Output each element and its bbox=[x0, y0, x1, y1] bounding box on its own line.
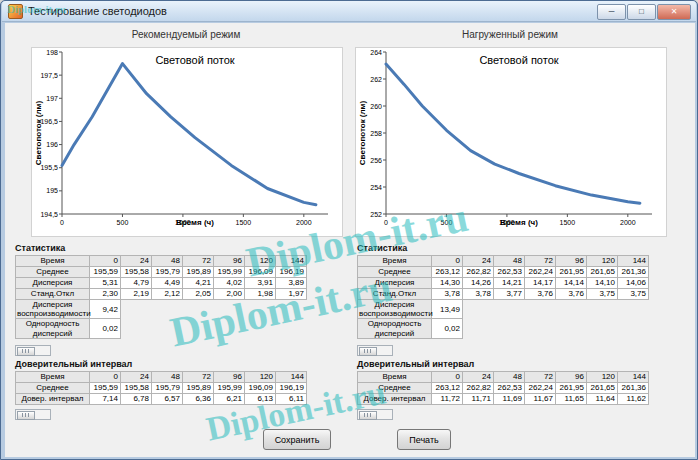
data-cell bbox=[463, 319, 494, 338]
scrollbar-thumb[interactable] bbox=[359, 411, 377, 420]
data-cell: 196,19 bbox=[276, 383, 307, 394]
column-header-cell: 144 bbox=[618, 256, 649, 267]
data-cell: 4,79 bbox=[121, 278, 152, 289]
data-cell: 195,89 bbox=[183, 383, 214, 394]
data-cell: 11,69 bbox=[494, 394, 525, 405]
data-cell: 14,21 bbox=[494, 278, 525, 289]
data-cell: 14,17 bbox=[525, 278, 556, 289]
data-cell bbox=[494, 319, 525, 338]
print-button[interactable]: Печать bbox=[397, 429, 451, 450]
row-label-cell: Дисперсия bbox=[16, 278, 90, 289]
app-window: Тестирование светодиодов ─ □ ✕ Рекоменду… bbox=[0, 0, 698, 460]
data-cell: 14,10 bbox=[587, 278, 618, 289]
data-cell: 4,21 bbox=[183, 278, 214, 289]
ci-hscrollbar-right[interactable] bbox=[357, 409, 393, 420]
data-cell: 261,36 bbox=[618, 267, 649, 278]
column-header-cell: 120 bbox=[587, 372, 618, 383]
row-label-cell: Среднее bbox=[16, 267, 90, 278]
ci-hscrollbar-left[interactable] bbox=[15, 409, 51, 420]
data-cell: 2,12 bbox=[152, 289, 183, 300]
stats-label-left: Статистика bbox=[15, 243, 65, 253]
form-content: Рекомендуемый режим 194,5195195,5196196,… bbox=[5, 23, 695, 457]
data-cell: 195,99 bbox=[214, 383, 245, 394]
data-cell: 7,14 bbox=[90, 394, 121, 405]
x-tick-label: 1500 bbox=[236, 219, 252, 226]
row-label-cell: Среднее bbox=[16, 383, 90, 394]
x-axis-label: Время (ч) bbox=[176, 218, 214, 227]
save-button[interactable]: Сохранить bbox=[263, 429, 331, 450]
data-cell bbox=[183, 300, 214, 319]
close-button[interactable]: ✕ bbox=[657, 4, 691, 20]
y-tick-label: 197 bbox=[46, 95, 58, 102]
column-header-cell: Время bbox=[16, 372, 90, 383]
stats-table-left[interactable]: Время024487296120144Среднее195,59195,581… bbox=[15, 255, 307, 339]
ci-table-right[interactable]: Время024487296120144Среднее263,12262,822… bbox=[357, 371, 649, 405]
data-cell bbox=[214, 319, 245, 338]
column-header-cell: Время bbox=[358, 256, 432, 267]
minimize-button[interactable]: ─ bbox=[597, 4, 626, 20]
data-cell: 195,79 bbox=[152, 267, 183, 278]
data-cell: 3,91 bbox=[245, 278, 276, 289]
y-tick-label: 196,5 bbox=[40, 118, 58, 125]
data-cell: 195,59 bbox=[90, 267, 121, 278]
column-header-cell: 72 bbox=[525, 256, 556, 267]
data-cell: 195,58 bbox=[121, 267, 152, 278]
data-cell: 262,82 bbox=[463, 383, 494, 394]
y-tick-label: 198 bbox=[46, 49, 58, 56]
data-cell: 261,65 bbox=[587, 267, 618, 278]
data-cell: 2,19 bbox=[121, 289, 152, 300]
data-cell bbox=[556, 319, 587, 338]
column-header-cell: 48 bbox=[152, 256, 183, 267]
data-cell: 11,64 bbox=[587, 394, 618, 405]
data-cell: 9,42 bbox=[90, 300, 121, 319]
scrollbar-thumb[interactable] bbox=[17, 411, 35, 420]
data-cell: 3,78 bbox=[432, 289, 463, 300]
y-tick-label: 264 bbox=[370, 49, 382, 56]
chart-title: Световой поток bbox=[155, 54, 234, 66]
scrollbar-thumb[interactable] bbox=[359, 347, 377, 356]
column-header-cell: Время bbox=[16, 256, 90, 267]
column-header-cell: 24 bbox=[121, 372, 152, 383]
scrollbar-thumb[interactable] bbox=[17, 347, 35, 356]
maximize-button[interactable]: □ bbox=[627, 4, 656, 20]
data-cell bbox=[587, 300, 618, 319]
data-cell: 14,30 bbox=[432, 278, 463, 289]
stats-table-right[interactable]: Время024487296120144Среднее263,12262,822… bbox=[357, 255, 649, 339]
data-cell bbox=[525, 319, 556, 338]
column-header-cell: 48 bbox=[152, 372, 183, 383]
data-cell: 6,21 bbox=[214, 394, 245, 405]
data-cell bbox=[494, 300, 525, 319]
row-label-cell: Дисперсия воспроизводимости bbox=[358, 300, 432, 319]
data-cell: 3,75 bbox=[587, 289, 618, 300]
column-header-cell: 72 bbox=[525, 372, 556, 383]
row-label-cell: Станд.Откл bbox=[16, 289, 90, 300]
window-controls: ─ □ ✕ bbox=[596, 4, 691, 20]
y-tick-label: 262 bbox=[370, 76, 382, 83]
data-cell: 1,97 bbox=[276, 289, 307, 300]
data-cell: 1,98 bbox=[245, 289, 276, 300]
data-cell: 195,99 bbox=[214, 267, 245, 278]
stats-hscrollbar-left[interactable] bbox=[15, 345, 51, 356]
column-header-cell: 0 bbox=[90, 256, 121, 267]
data-cell: 11,62 bbox=[618, 394, 649, 405]
y-tick-label: 254 bbox=[370, 184, 382, 191]
stats-hscrollbar-right[interactable] bbox=[357, 345, 393, 356]
column-header-cell: 120 bbox=[245, 372, 276, 383]
data-cell: 195,89 bbox=[183, 267, 214, 278]
ci-table-left[interactable]: Время024487296120144Среднее195,59195,581… bbox=[15, 371, 307, 405]
column-header-cell: 24 bbox=[463, 256, 494, 267]
y-tick-label: 197,5 bbox=[40, 72, 58, 79]
column-header-cell: 96 bbox=[214, 372, 245, 383]
data-cell: 6,13 bbox=[245, 394, 276, 405]
data-cell bbox=[463, 300, 494, 319]
series-line bbox=[62, 64, 316, 205]
column-header-cell: 96 bbox=[556, 372, 587, 383]
data-cell bbox=[152, 300, 183, 319]
data-cell: 262,82 bbox=[463, 267, 494, 278]
chart-loaded-mode: 2522542562582602622640500100015002000Све… bbox=[355, 47, 667, 237]
data-cell: 3,75 bbox=[618, 289, 649, 300]
data-cell: 11,65 bbox=[556, 394, 587, 405]
panel-header-loaded: Нагруженный режим bbox=[355, 29, 665, 40]
data-cell bbox=[587, 319, 618, 338]
column-header-cell: 144 bbox=[276, 372, 307, 383]
